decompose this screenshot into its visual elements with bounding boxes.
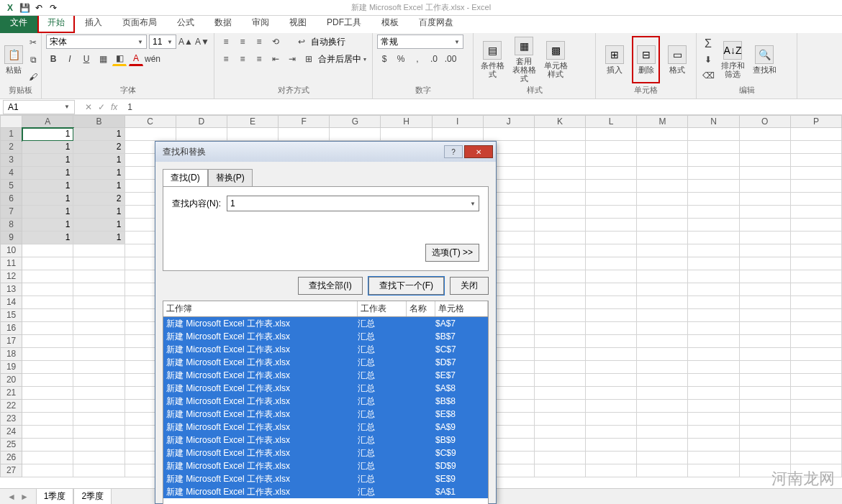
cell[interactable] [740,296,791,309]
cell[interactable] [535,206,586,219]
cell[interactable]: 1 [73,180,125,193]
cell[interactable] [791,283,842,296]
cell[interactable]: 1 [73,232,125,244]
cell[interactable] [73,296,125,309]
cell[interactable]: 1 [22,219,73,232]
cell[interactable] [586,439,637,452]
currency-icon[interactable]: $ [377,52,391,66]
row-header[interactable]: 10 [0,244,22,257]
cell[interactable] [73,257,125,270]
cell[interactable] [688,206,739,219]
cell[interactable] [688,180,739,193]
cell[interactable] [637,154,688,167]
row-header[interactable]: 2 [0,141,22,154]
cell[interactable] [22,244,73,257]
cell[interactable] [535,309,586,322]
cell[interactable] [791,296,842,309]
cell[interactable] [688,232,739,244]
next-sheet-icon[interactable]: ► [20,492,29,502]
th-name[interactable]: 名称 [407,301,435,316]
wrap-text-label[interactable]: 自动换行 [311,36,345,48]
find-content-input[interactable]: 1▼ [227,196,479,211]
cell[interactable] [688,464,739,477]
cell[interactable] [688,296,739,309]
cell[interactable] [535,322,586,335]
indent-decrease-icon[interactable]: ⇤ [268,52,283,66]
clear-icon[interactable]: ⌫ [701,68,715,83]
cell[interactable] [22,452,73,464]
cell[interactable] [791,464,842,477]
cell[interactable] [535,374,586,387]
cell[interactable] [688,335,739,348]
find-all-button[interactable]: 查找全部(I) [298,277,362,295]
autosum-icon[interactable]: Σ [701,37,715,51]
row-header[interactable]: 14 [0,296,22,309]
cell[interactable] [791,400,842,413]
cell[interactable] [637,335,688,348]
cell[interactable] [637,322,688,335]
cell[interactable] [791,270,842,283]
cell[interactable] [637,219,688,232]
result-row[interactable]: 新建 Microsoft Excel 工作表.xlsx汇总$B$7 [163,330,488,343]
cell[interactable] [740,283,791,296]
cell[interactable] [125,128,176,141]
cell[interactable] [73,244,125,257]
cell[interactable] [22,296,73,309]
cell[interactable] [22,322,73,335]
font-size-combo[interactable]: 11▼ [149,35,176,49]
result-row[interactable]: 新建 Microsoft Excel 工作表.xlsx汇总$D$9 [163,459,488,472]
cell[interactable] [740,309,791,322]
cell[interactable] [586,232,637,244]
table-format-button[interactable]: ▦套用 表格格式 [510,36,538,83]
column-header[interactable]: A [22,115,73,128]
merge-label[interactable]: 合并后居中 [318,53,361,65]
cell[interactable] [535,141,586,154]
cell[interactable]: 1 [22,128,73,141]
border-icon[interactable]: ▦ [96,52,110,66]
cell[interactable] [637,296,688,309]
cell[interactable] [791,219,842,232]
result-row[interactable]: 新建 Microsoft Excel 工作表.xlsx汇总$D$7 [163,356,488,369]
cell[interactable] [586,270,637,283]
cell[interactable] [637,141,688,154]
cell[interactable] [791,141,842,154]
column-header[interactable]: M [637,115,688,128]
column-header[interactable]: E [227,115,279,128]
cell[interactable] [637,361,688,374]
italic-icon[interactable]: I [63,52,77,66]
cell[interactable] [22,270,73,283]
cell[interactable] [688,309,739,322]
cell[interactable] [586,167,637,180]
cell[interactable] [586,296,637,309]
cell[interactable] [791,361,842,374]
dialog-tab-replace[interactable]: 替换(P) [208,169,253,187]
column-header[interactable]: L [586,115,637,128]
cell[interactable] [688,270,739,283]
column-header[interactable]: O [740,115,791,128]
merge-icon[interactable]: ⊞ [302,52,316,66]
cell[interactable] [535,257,586,270]
cell[interactable] [586,309,637,322]
cell[interactable] [586,141,637,154]
name-box[interactable]: A1▼ [3,100,75,114]
row-header[interactable]: 25 [0,439,22,452]
cell[interactable] [586,206,637,219]
cell[interactable] [637,374,688,387]
cell[interactable] [22,361,73,374]
cell[interactable]: 1 [22,167,73,180]
th-workbook[interactable]: 工作簿 [163,301,358,316]
cell[interactable] [535,348,586,361]
cell[interactable] [688,400,739,413]
cell[interactable] [740,387,791,400]
cell[interactable] [586,180,637,193]
cell[interactable] [22,426,73,439]
cell[interactable]: 1 [73,167,125,180]
cell[interactable] [688,387,739,400]
cell[interactable] [535,452,586,464]
result-row[interactable]: 新建 Microsoft Excel 工作表.xlsx汇总$E$9 [163,472,488,485]
cell[interactable] [791,232,842,244]
fill-icon[interactable]: ⬇ [701,52,715,67]
cell[interactable] [22,257,73,270]
cell[interactable] [637,167,688,180]
cell[interactable] [740,193,791,206]
